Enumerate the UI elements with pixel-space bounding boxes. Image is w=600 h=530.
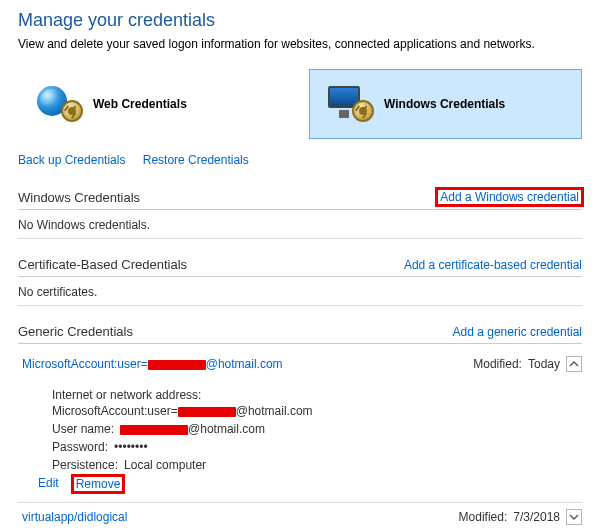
add-generic-credential-link[interactable]: Add a generic credential xyxy=(453,325,582,339)
restore-credentials-link[interactable]: Restore Credentials xyxy=(143,153,249,167)
persistence-label: Persistence: xyxy=(52,458,118,472)
cert-section-title: Certificate-Based Credentials xyxy=(18,257,187,272)
redacted-text xyxy=(178,407,236,417)
credential-name-virtualapp[interactable]: virtualapp/didlogical xyxy=(22,510,127,524)
page-subtitle: View and delete your saved logon informa… xyxy=(18,37,582,51)
windows-empty-message: No Windows credentials. xyxy=(18,210,582,239)
password-value: •••••••• xyxy=(114,440,148,454)
addr-prefix: MicrosoftAccount:user= xyxy=(52,404,178,418)
collapse-button[interactable] xyxy=(566,356,582,372)
monitor-vault-icon xyxy=(326,86,374,122)
add-windows-credential-link[interactable]: Add a Windows credential xyxy=(437,189,582,205)
modified-value: 7/3/2018 xyxy=(513,510,560,524)
windows-credentials-tile[interactable]: Windows Credentials xyxy=(309,69,582,139)
credential-modified-virtualapp: Modified: 7/3/2018 xyxy=(459,509,582,525)
add-cert-credential-link[interactable]: Add a certificate-based credential xyxy=(404,258,582,272)
redacted-text xyxy=(148,360,206,370)
credential-details-msa: Internet or network address: MicrosoftAc… xyxy=(18,378,582,503)
msa-name-suffix: @hotmail.com xyxy=(206,357,283,371)
credential-actions: Edit Remove xyxy=(38,476,582,492)
user-suffix: @hotmail.com xyxy=(188,422,265,436)
generic-section-title: Generic Credentials xyxy=(18,324,133,339)
generic-section-header: Generic Credentials Add a generic creden… xyxy=(18,324,582,344)
page-title: Manage your credentials xyxy=(18,10,582,31)
modified-label: Modified: xyxy=(459,510,508,524)
addr-value: MicrosoftAccount:user=@hotmail.com xyxy=(52,404,313,418)
msa-name-prefix: MicrosoftAccount:user= xyxy=(22,357,148,371)
credential-modified-msa: Modified: Today xyxy=(473,356,582,372)
edit-credential-link[interactable]: Edit xyxy=(38,476,59,492)
password-label: Password: xyxy=(52,440,108,454)
cert-section-header: Certificate-Based Credentials Add a cert… xyxy=(18,257,582,277)
persistence-value: Local computer xyxy=(124,458,206,472)
username-label: User name: xyxy=(52,422,114,436)
chevron-down-icon xyxy=(569,512,579,522)
chevron-up-icon xyxy=(569,359,579,369)
web-credentials-label: Web Credentials xyxy=(93,97,187,111)
windows-section-header: Windows Credentials Add a Windows creden… xyxy=(18,189,582,210)
addr-suffix: @hotmail.com xyxy=(236,404,313,418)
windows-section-title: Windows Credentials xyxy=(18,190,140,205)
backup-credentials-link[interactable]: Back up Credentials xyxy=(18,153,125,167)
modified-value: Today xyxy=(528,357,560,371)
windows-credentials-label: Windows Credentials xyxy=(384,97,505,111)
web-credentials-tile[interactable]: Web Credentials xyxy=(18,69,291,139)
credential-name-msa[interactable]: MicrosoftAccount:user=@hotmail.com xyxy=(22,357,283,371)
remove-credential-link[interactable]: Remove xyxy=(73,476,124,492)
redacted-text xyxy=(120,425,188,435)
backup-restore-links: Back up Credentials Restore Credentials xyxy=(18,153,582,167)
expand-button[interactable] xyxy=(566,509,582,525)
credential-entry-virtualapp[interactable]: virtualapp/didlogical Modified: 7/3/2018 xyxy=(18,503,582,530)
modified-label: Modified: xyxy=(473,357,522,371)
credential-type-tiles: Web Credentials Windows Credentials xyxy=(18,69,582,139)
credential-entry-msa[interactable]: MicrosoftAccount:user=@hotmail.com Modif… xyxy=(18,350,582,378)
username-value: @hotmail.com xyxy=(120,422,265,436)
globe-vault-icon xyxy=(35,86,83,122)
cert-empty-message: No certificates. xyxy=(18,277,582,306)
addr-label: Internet or network address: xyxy=(52,388,201,402)
